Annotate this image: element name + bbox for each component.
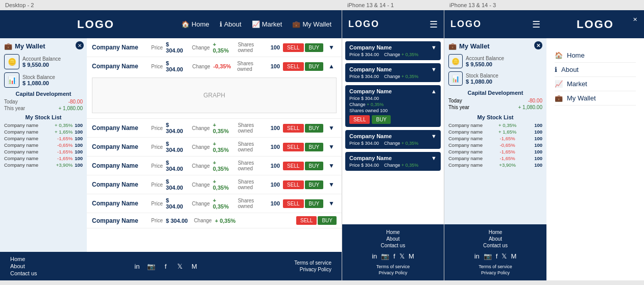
iphone2-medium-icon[interactable]: M	[511, 252, 516, 260]
buy-button[interactable]: BUY	[305, 199, 324, 208]
home-icon: 🏠	[181, 20, 189, 28]
iphone2-footer-about[interactable]: About	[447, 236, 543, 242]
twitter-icon[interactable]: 𝕏	[175, 262, 184, 271]
iphone1-label: iPhone 13 & 14 - 1	[347, 2, 449, 8]
iphone2-facebook-icon[interactable]: f	[496, 252, 498, 260]
sell-button[interactable]: SELL	[283, 143, 303, 151]
stock-balance-label: Stock Balance	[22, 74, 55, 80]
wallet-close-button[interactable]: ✕	[76, 41, 84, 49]
expand-btn[interactable]: ▼	[326, 200, 337, 207]
nav-market[interactable]: 📈 Market	[252, 20, 282, 28]
buy-button[interactable]: BUY	[305, 143, 324, 151]
iphone1-footer-home[interactable]: Home	[345, 229, 441, 235]
expand-arrow-icon[interactable]: ▼	[431, 44, 437, 50]
buy-button[interactable]: BUY	[305, 162, 324, 170]
nav-about[interactable]: ℹ About	[220, 20, 242, 28]
terms-link[interactable]: Terms of service	[294, 260, 331, 266]
iphone1-instagram-icon[interactable]: 📷	[381, 252, 389, 260]
iphone2-footer: Home About Contact us in 📷 f 𝕏 M Terms o…	[444, 224, 546, 280]
account-balance-value: $ 9,550.00	[22, 62, 61, 68]
iphone1-footer-social: in 📷 f 𝕏 M	[345, 252, 441, 260]
wp-stock-item: Company name-1,65%100	[448, 156, 542, 161]
logo-nav-market[interactable]: 📈 Market	[555, 77, 636, 91]
iphone-stock-company: Company Name ▼	[349, 155, 437, 161]
logo-wallet-icon: 💼	[555, 94, 563, 102]
sell-button[interactable]: SELL	[283, 43, 303, 52]
partial-btn-group: SELL BUY	[296, 216, 337, 225]
buy-button[interactable]: BUY	[305, 124, 324, 133]
iphone2-footer-home[interactable]: Home	[447, 229, 543, 235]
iphone1-twitter-icon[interactable]: 𝕏	[399, 252, 404, 260]
iphone1-terms[interactable]: Terms of service	[345, 264, 441, 269]
stock-row: Company Name Price $ 304.00 Change + 0,3…	[87, 157, 342, 175]
buy-button-partial[interactable]: BUY	[318, 216, 337, 225]
logo-panel-close[interactable]: ✕	[631, 15, 639, 23]
iphone1-privacy[interactable]: Privacy Policy	[345, 270, 441, 275]
sell-button-partial[interactable]: SELL	[296, 216, 317, 225]
footer-contact[interactable]: Contact us	[10, 270, 37, 276]
iphone-buy-btn[interactable]: BUY	[372, 115, 391, 124]
nav-wallet[interactable]: 💼 My Wallet	[292, 20, 331, 28]
footer-social: in 📷 f 𝕏 M	[132, 262, 199, 271]
iphone2-terms[interactable]: Terms of service	[447, 264, 543, 269]
logo-nav-wallet[interactable]: 💼 My Wallet	[555, 91, 636, 106]
collapse-btn[interactable]: ▲	[326, 63, 337, 70]
stock-row-expanded: Company Name Price $ 304.00 Change -0,35…	[87, 57, 342, 119]
iphone2-content: 💼 My Wallet ✕ 🪙 Account Balance $ 9,550.…	[444, 38, 546, 224]
logo-panel-nav: 🏠 Home ℹ About 📈 Market 💼 My Wallet	[546, 38, 644, 116]
iphone1-footer-about[interactable]: About	[345, 236, 441, 242]
iphone2-linkedin-icon[interactable]: in	[474, 252, 480, 260]
footer-about[interactable]: About	[10, 263, 37, 269]
iphone2-privacy[interactable]: Privacy Policy	[447, 270, 543, 275]
sell-button[interactable]: SELL	[283, 124, 303, 133]
iphone-panel-1: LOGO ☰ Company Name ▼ Price $ 304.00 Cha…	[342, 10, 444, 280]
expand-arrow-icon[interactable]: ▼	[431, 155, 437, 161]
wp-header: 💼 My Wallet ✕	[448, 42, 542, 50]
wallet-sidebar: ✕ 💼 My Wallet 🪙 Account Balance $ 9,550.…	[0, 38, 87, 252]
iphone2-instagram-icon[interactable]: 📷	[484, 252, 492, 260]
logo-nav-about[interactable]: ℹ About	[555, 63, 636, 77]
iphone-stock-item: Company Name ▲ Price $ 304.00 Change + 0…	[345, 85, 441, 127]
privacy-link[interactable]: Privacy Policy	[294, 267, 331, 272]
wp-close-btn[interactable]: ✕	[534, 41, 542, 49]
sell-button[interactable]: SELL	[283, 62, 303, 71]
iphone1-footer-contact[interactable]: Contact us	[345, 243, 441, 248]
facebook-icon[interactable]: f	[161, 262, 170, 271]
sell-button[interactable]: SELL	[283, 199, 303, 208]
iphone1-linkedin-icon[interactable]: in	[372, 252, 377, 260]
hamburger-menu-1[interactable]: ☰	[430, 19, 438, 30]
hamburger-menu-2[interactable]: ☰	[532, 19, 540, 30]
today-row: Today -80.00	[4, 99, 83, 105]
expand-btn[interactable]: ▼	[326, 181, 337, 188]
iphone2-twitter-icon[interactable]: 𝕏	[502, 252, 507, 260]
instagram-icon[interactable]: 📷	[147, 262, 156, 271]
linkedin-icon[interactable]: in	[132, 262, 141, 271]
stock-row: Company Name Price $ 304.00 Change + 0,3…	[87, 194, 342, 213]
sell-button[interactable]: SELL	[283, 180, 303, 189]
buy-button[interactable]: BUY	[305, 180, 324, 189]
stock-row-main: Company Name Price $ 304.00 Change -0,35…	[92, 60, 337, 72]
expand-btn[interactable]: ▼	[326, 124, 337, 132]
iphone1-medium-icon[interactable]: M	[409, 252, 414, 260]
logo-panel-header: LOGO ✕	[546, 10, 644, 38]
medium-icon[interactable]: M	[189, 262, 199, 271]
logo-nav-home[interactable]: 🏠 Home	[555, 48, 636, 63]
btn-group: SELL BUY	[283, 43, 323, 52]
expand-btn[interactable]: ▼	[326, 143, 337, 150]
footer-home[interactable]: Home	[10, 256, 37, 262]
iphone-sell-btn[interactable]: SELL	[349, 115, 370, 124]
expand-arrow-icon[interactable]: ▼	[431, 133, 437, 139]
nav-home[interactable]: 🏠 Home	[181, 20, 209, 28]
expand-arrow-icon[interactable]: ▼	[431, 66, 437, 72]
collapse-arrow-icon[interactable]: ▲	[431, 88, 437, 94]
expand-btn[interactable]: ▼	[326, 44, 337, 51]
iphone2-footer-contact[interactable]: Contact us	[447, 243, 543, 248]
wp-thisyear-row: This year+ 1,080.00	[448, 105, 542, 110]
buy-button[interactable]: BUY	[305, 43, 324, 52]
account-icon: 🪙	[4, 54, 19, 69]
iphone1-facebook-icon[interactable]: f	[393, 252, 395, 260]
wallet-stock-item: Company name-1,65%100	[4, 149, 83, 154]
sell-button[interactable]: SELL	[283, 162, 303, 170]
buy-button[interactable]: BUY	[305, 62, 324, 71]
expand-btn[interactable]: ▼	[326, 162, 337, 169]
